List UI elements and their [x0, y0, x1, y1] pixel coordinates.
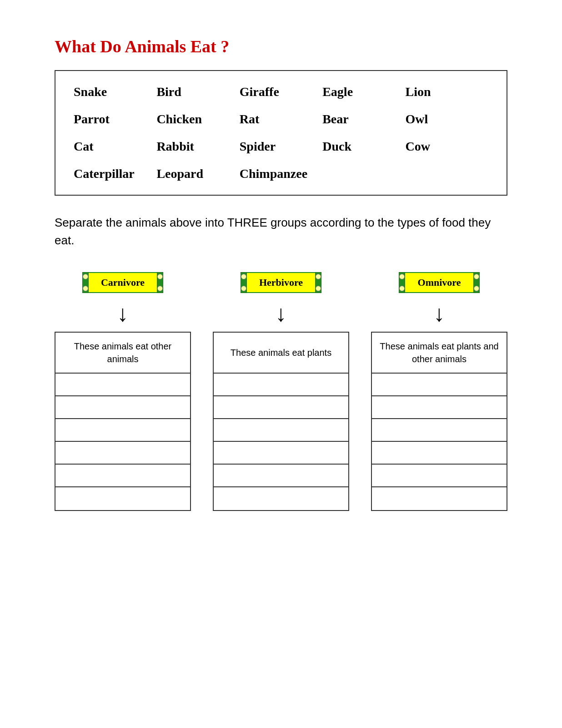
animal-name-lion: Lion [406, 85, 488, 99]
animal-name-rabbit: Rabbit [156, 139, 239, 154]
animal-name-spider: Spider [240, 139, 322, 154]
group-column-herbivore: Herbivore↓These animals eat plants [213, 272, 349, 511]
animal-name-duck: Duck [322, 139, 405, 154]
group-box-row[interactable] [55, 465, 190, 487]
group-box-row[interactable] [55, 419, 190, 442]
group-column-carnivore: Carnivore↓These animals eat other animal… [55, 272, 191, 511]
scroll-wrapper-omnivore: Omnivore [399, 272, 480, 293]
groups-container: Carnivore↓These animals eat other animal… [55, 272, 507, 511]
group-box-row[interactable] [214, 442, 348, 465]
group-column-omnivore: Omnivore↓These animals eat plants and ot… [371, 272, 507, 511]
group-box-row[interactable] [214, 465, 348, 487]
animal-name-bird: Bird [156, 85, 239, 99]
scroll-wrapper-herbivore: Herbivore [241, 272, 321, 293]
animal-name-owl: Owl [406, 112, 488, 126]
animal-name-giraffe: Giraffe [240, 85, 322, 99]
group-box-row[interactable] [372, 487, 507, 510]
group-box-carnivore: These animals eat other animals [55, 332, 191, 511]
scroll-left-tab [241, 272, 247, 293]
group-box-header-herbivore: These animals eat plants [214, 333, 348, 374]
group-box-row[interactable] [214, 396, 348, 419]
group-box-row[interactable] [55, 374, 190, 396]
animal-name-chimpanzee: Chimpanzee [240, 167, 322, 181]
animal-name-parrot: Parrot [74, 112, 156, 126]
group-box-row[interactable] [55, 442, 190, 465]
page-title: What Do Animals Eat ? [55, 36, 507, 56]
group-box-omnivore: These animals eat plants and other anima… [371, 332, 507, 511]
scroll-label-herbivore: Herbivore [247, 272, 315, 293]
animals-box: SnakeBirdGiraffeEagleLionParrotChickenRa… [55, 70, 507, 196]
scroll-label-omnivore: Omnivore [405, 272, 473, 293]
instruction-text: Separate the animals above into THREE gr… [55, 214, 507, 249]
animal-name-cow: Cow [406, 139, 488, 154]
group-box-header-omnivore: These animals eat plants and other anima… [372, 333, 507, 374]
group-box-row[interactable] [55, 396, 190, 419]
arrow-down-omnivore: ↓ [434, 302, 445, 325]
group-box-row[interactable] [214, 374, 348, 396]
group-box-row[interactable] [214, 487, 348, 510]
group-box-row[interactable] [372, 442, 507, 465]
animal-name-caterpillar: Caterpillar [74, 167, 156, 181]
animal-name-cat: Cat [74, 139, 156, 154]
scroll-right-tab [473, 272, 480, 293]
animals-grid: SnakeBirdGiraffeEagleLionParrotChickenRa… [74, 85, 488, 181]
scroll-right-tab [157, 272, 163, 293]
group-box-row[interactable] [372, 465, 507, 487]
group-box-row[interactable] [372, 374, 507, 396]
animal-name-eagle: Eagle [322, 85, 405, 99]
group-box-header-carnivore: These animals eat other animals [55, 333, 190, 374]
scroll-right-tab [315, 272, 321, 293]
scroll-label-carnivore: Carnivore [89, 272, 157, 293]
arrow-down-herbivore: ↓ [276, 302, 287, 325]
group-box-row[interactable] [372, 419, 507, 442]
animal-name-leopard: Leopard [156, 167, 239, 181]
group-box-row[interactable] [372, 396, 507, 419]
animal-name-chicken: Chicken [156, 112, 239, 126]
scroll-left-tab [399, 272, 405, 293]
group-box-row[interactable] [55, 487, 190, 510]
arrow-down-carnivore: ↓ [117, 302, 129, 325]
group-box-row[interactable] [214, 419, 348, 442]
animal-name-bear: Bear [322, 112, 405, 126]
scroll-left-tab [82, 272, 89, 293]
group-box-herbivore: These animals eat plants [213, 332, 349, 511]
animal-name-snake: Snake [74, 85, 156, 99]
scroll-wrapper-carnivore: Carnivore [82, 272, 163, 293]
animal-name-rat: Rat [240, 112, 322, 126]
